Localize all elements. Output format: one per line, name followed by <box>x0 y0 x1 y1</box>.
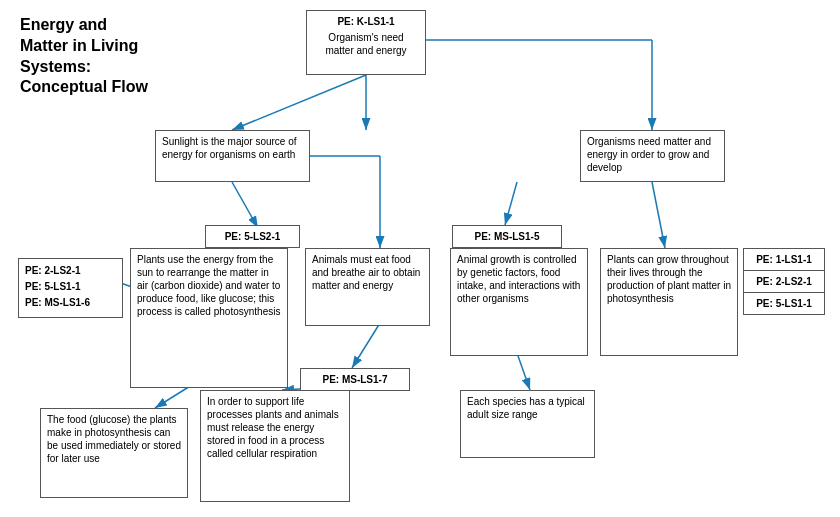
box-each-species: Each species has a typical adult size ra… <box>460 390 595 458</box>
box-plants-grow: Plants can grow throughout their lives t… <box>600 248 738 356</box>
box-pe-msls1-7: PE: MS-LS1-7 <box>300 368 410 391</box>
box-left-labels: PE: 2-LS2-1PE: 5-LS1-1PE: MS-LS1-6 <box>18 258 123 318</box>
svg-line-10 <box>352 323 380 368</box>
svg-line-7 <box>505 182 517 225</box>
svg-line-8 <box>652 182 665 248</box>
box-plants-use: Plants use the energy from the sun to re… <box>130 248 288 388</box>
svg-line-13 <box>517 353 530 390</box>
page-title: Energy and Matter in Living Systems: Con… <box>20 15 150 98</box>
box-organisms-need: Organisms need matter and energy in orde… <box>580 130 725 182</box>
box-animals-eat: Animals must eat food and breathe air to… <box>305 248 430 326</box>
sunlight-text: Sunlight is the major source of energy f… <box>162 136 297 160</box>
svg-line-4 <box>232 182 258 228</box>
box-animal-growth: Animal growth is controlled by genetic f… <box>450 248 588 356</box>
box-sunlight: Sunlight is the major source of energy f… <box>155 130 310 182</box>
box-pe-5ls2-1: PE: 5-LS2-1 <box>205 225 300 248</box>
box-pe-2ls2-1-right: PE: 2-LS2-1 <box>743 270 825 293</box>
organisms-need-text: Organisms need matter and energy in orde… <box>587 136 711 173</box>
box-pe-5ls1-1-right: PE: 5-LS1-1 <box>743 292 825 315</box>
svg-line-0 <box>232 75 366 130</box>
box-pe-k-ls1-1: PE: K-LS1-1 Organism's need matter and e… <box>306 10 426 75</box>
box-cellular-resp: In order to support life processes plant… <box>200 390 350 502</box>
box-pe-1ls1-1: PE: 1-LS1-1 <box>743 248 825 271</box>
box-pe-msls1-5: PE: MS-LS1-5 <box>452 225 562 248</box>
box-food-glucose: The food (glucose) the plants make in ph… <box>40 408 188 498</box>
diagram-container: Energy and Matter in Living Systems: Con… <box>0 0 840 517</box>
